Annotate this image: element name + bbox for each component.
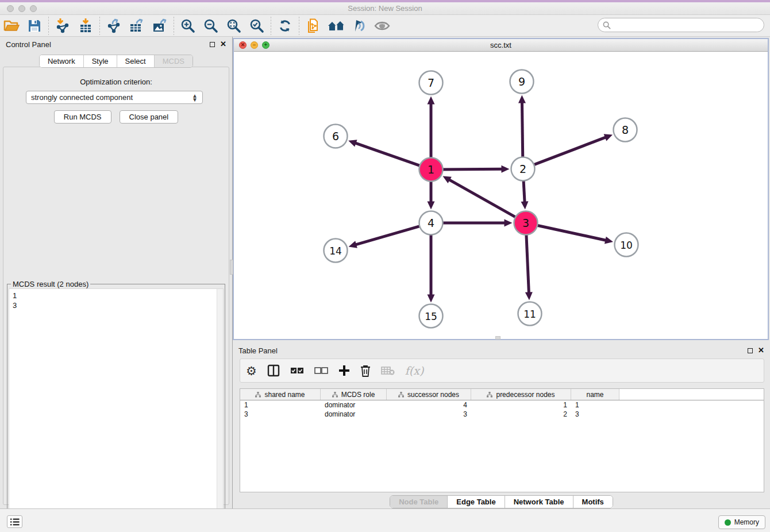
column-header-predecessor-nodes[interactable]: predecessor nodes — [471, 389, 571, 400]
gear-icon: ⚙ — [246, 365, 257, 377]
export-network-button[interactable] — [104, 16, 124, 36]
open-session-button[interactable] — [2, 16, 21, 36]
edge-3-1[interactable] — [449, 179, 518, 218]
edge-4-14[interactable] — [355, 226, 422, 245]
table-cell[interactable]: 3 — [571, 410, 619, 418]
zoom-out-button[interactable] — [201, 16, 221, 36]
task-history-button[interactable] — [7, 515, 22, 528]
edge-2-9[interactable] — [522, 102, 522, 159]
splitpane-handle[interactable] — [230, 260, 233, 275]
export-network-icon — [106, 18, 122, 33]
float-panel-icon[interactable] — [210, 42, 215, 47]
zoom-fit-button[interactable] — [224, 16, 244, 36]
table-cell[interactable]: 1 — [571, 401, 619, 409]
delete-table-icon — [381, 365, 395, 376]
mcds-result-values: 1 3 — [9, 289, 216, 532]
result-scrollbar[interactable] — [217, 289, 223, 532]
edge-2-8[interactable] — [532, 137, 606, 165]
edge-3-11[interactable] — [526, 232, 529, 293]
zoom-out-icon — [203, 18, 218, 33]
column-header-MCDS-role[interactable]: MCDS role — [321, 389, 387, 400]
delete-row-button[interactable] — [360, 365, 371, 377]
unselect-all-columns-button[interactable] — [314, 367, 328, 374]
zoom-selected-icon — [249, 18, 264, 33]
export-image-icon — [152, 18, 168, 33]
search-input[interactable] — [598, 18, 764, 32]
table-cell[interactable]: dominator — [321, 410, 387, 418]
close-panel-button[interactable]: Close panel — [120, 110, 179, 124]
delete-table-button[interactable] — [381, 365, 395, 376]
export-image-button[interactable] — [150, 16, 170, 36]
column-header-successor-nodes[interactable]: successor nodes — [387, 389, 471, 400]
select-all-columns-button[interactable] — [290, 367, 304, 374]
table-cell[interactable]: 1 — [240, 401, 321, 409]
trash-icon — [360, 365, 371, 377]
column-header-shared-name[interactable]: shared name — [240, 389, 321, 400]
edge-1-2[interactable] — [440, 169, 502, 169]
import-table-button[interactable] — [76, 16, 95, 36]
table-row[interactable]: 3dominator323 — [240, 410, 764, 419]
export-table-button[interactable] — [127, 16, 147, 36]
show-columns-button[interactable] — [267, 364, 280, 377]
edge-arrowhead — [525, 292, 533, 300]
refresh-view-button[interactable] — [275, 16, 295, 36]
network-canvas[interactable]: 7968124314101511 — [234, 52, 768, 339]
tab-network-table[interactable]: Network Table — [505, 496, 573, 508]
network-window-title: scc.txt — [234, 41, 768, 49]
tab-mcds[interactable]: MCDS — [154, 55, 192, 67]
edge-1-6[interactable] — [355, 143, 422, 167]
status-bar: Memory — [0, 508, 770, 532]
zoom-in-button[interactable] — [178, 16, 198, 36]
optimization-criterion-dropdown[interactable]: strongly connected component ▲▼ — [26, 91, 203, 104]
table-cell[interactable]: 1 — [471, 401, 571, 409]
table-cell[interactable]: dominator — [321, 401, 387, 409]
import-network-icon — [55, 18, 71, 33]
node-label-14: 14 — [329, 245, 342, 257]
home-button[interactable] — [326, 16, 346, 36]
zoom-selected-button[interactable] — [247, 16, 267, 36]
mcds-result-label: MCDS result (2 nodes) — [11, 280, 90, 288]
close-panel-icon[interactable]: ✕ — [220, 41, 226, 47]
edge-2-3[interactable] — [523, 178, 525, 202]
tab-motifs[interactable]: Motifs — [573, 496, 613, 508]
node-label-9: 9 — [518, 75, 525, 88]
annotations-icon — [351, 19, 368, 33]
table-cell[interactable]: 4 — [387, 401, 471, 409]
control-panel: Control Panel ✕ NetworkStyleSelectMCDS O… — [0, 37, 233, 508]
annotations-button[interactable] — [349, 16, 369, 36]
clone-network-button[interactable] — [303, 16, 323, 36]
memory-button[interactable]: Memory — [718, 515, 765, 529]
column-header-name[interactable]: name — [571, 389, 619, 400]
table-body: 1dominator4113dominator323 — [240, 400, 764, 419]
edge-arrowhead — [521, 201, 529, 209]
network-window-titlebar[interactable]: ✕ − + scc.txt — [234, 39, 768, 52]
edge-3-10[interactable] — [535, 225, 606, 241]
import-network-button[interactable] — [53, 16, 72, 36]
tab-node-table[interactable]: Node Table — [390, 496, 447, 508]
close-table-panel-icon[interactable]: ✕ — [758, 348, 764, 353]
table-cell[interactable]: 2 — [471, 410, 571, 418]
mcds-result-group: MCDS result (2 nodes) 1 3 — [7, 284, 225, 532]
add-row-button[interactable] — [338, 365, 350, 376]
node-table[interactable]: shared nameMCDS rolesuccessor nodesprede… — [240, 388, 764, 492]
memory-status-icon — [725, 519, 731, 526]
table-cell[interactable]: 3 — [387, 410, 471, 418]
table-settings-button[interactable]: ⚙ — [246, 365, 257, 377]
run-mcds-button[interactable]: Run MCDS — [54, 110, 111, 124]
hide-panel-button[interactable] — [372, 16, 392, 36]
table-row[interactable]: 1dominator411 — [240, 400, 764, 410]
apply-function-button[interactable]: f(x) — [405, 364, 424, 377]
tab-edge-table[interactable]: Edge Table — [447, 496, 504, 508]
tab-style[interactable]: Style — [83, 55, 117, 67]
tab-network[interactable]: Network — [40, 55, 83, 67]
table-cell[interactable]: 3 — [240, 410, 321, 418]
mcds-result-textarea[interactable]: 1 3 — [9, 288, 224, 532]
network-graph[interactable]: 7968124314101511 — [234, 52, 768, 339]
save-session-button[interactable] — [25, 16, 44, 36]
network-scroll-handle[interactable] — [495, 336, 500, 340]
tab-select[interactable]: Select — [117, 55, 154, 67]
eye-icon — [374, 20, 391, 32]
toolbar-separator — [99, 17, 100, 35]
fx-icon: f(x) — [405, 364, 424, 377]
float-table-panel-icon[interactable] — [748, 348, 753, 353]
